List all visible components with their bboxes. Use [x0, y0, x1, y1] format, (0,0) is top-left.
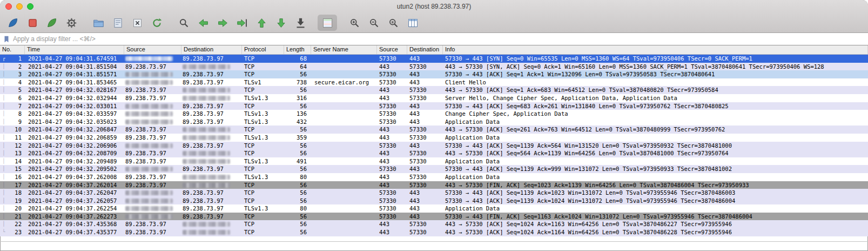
- minimize-window-button[interactable]: [16, 3, 23, 10]
- filter-bookmark-icon[interactable]: [3, 35, 10, 43]
- pane-splitter[interactable]: [0, 241, 868, 242]
- packet-row[interactable]: │122021-04-27 09:04:32.20690689.238.73.9…: [0, 142, 868, 150]
- packet-row[interactable]: │162021-04-27 09:04:37.26200889.238.73.9…: [0, 173, 868, 181]
- colorize-button[interactable]: [318, 15, 337, 31]
- packet-row[interactable]: │102021-04-27 09:04:32.20684789.238.73.9…: [0, 126, 868, 134]
- packet-row[interactable]: │142021-04-27 09:04:32.20948989.238.73.9…: [0, 157, 868, 166]
- packet-row[interactable]: │222021-04-27 09:04:37.43536889.238.73.9…: [0, 220, 868, 228]
- cell-info: 443 → 57330 [SYN, ACK] Seq=0 Ack=1 Win=6…: [443, 63, 868, 71]
- fullscreen-window-button[interactable]: [27, 3, 33, 10]
- cell-proto: TLSv1.3: [242, 173, 284, 181]
- cell-src: 89.238.73.97: [124, 149, 181, 157]
- conversation-bracket: │: [0, 134, 8, 142]
- cell-info: 443 → 57330 [ACK] Seq=1024 Ack=1164 Win=…: [443, 228, 868, 236]
- auto-scroll-button[interactable]: [291, 15, 310, 31]
- cell-dst: [181, 149, 242, 157]
- stop-capture-button[interactable]: [23, 15, 42, 31]
- packet-row[interactable]: │112021-04-27 09:04:32.20685989.238.73.9…: [0, 134, 868, 142]
- cell-len: 359: [284, 134, 311, 142]
- packet-row[interactable]: │42021-04-27 09:04:31.85346589.238.73.97…: [0, 78, 868, 87]
- cell-server: [311, 142, 377, 150]
- redacted-address: [183, 135, 230, 140]
- packet-row[interactable]: │82021-04-27 09:04:32.03359789.238.73.97…: [0, 110, 868, 118]
- packet-row[interactable]: │132021-04-27 09:04:32.20870989.238.73.9…: [0, 149, 868, 157]
- cell-sport: 443: [377, 149, 407, 157]
- cell-server: [311, 118, 377, 126]
- go-to-packet-button[interactable]: [232, 15, 252, 31]
- column-header-dport[interactable]: Destination: [407, 45, 443, 54]
- cell-time: 2021-04-27 09:04:32.032944: [25, 94, 124, 102]
- cell-dst: [181, 173, 242, 181]
- conversation-bracket: │: [0, 149, 8, 157]
- packet-row[interactable]: │52021-04-27 09:04:32.02816789.238.73.97…: [0, 86, 868, 94]
- close-file-button[interactable]: [127, 15, 147, 31]
- packet-row[interactable]: │22021-04-27 09:04:31.85150489.238.73.97…: [0, 63, 868, 71]
- cell-dport: 57330: [407, 220, 443, 228]
- open-file-button[interactable]: [89, 15, 108, 31]
- capture-options-button[interactable]: [62, 15, 81, 31]
- column-header-proto[interactable]: Protocol: [242, 45, 284, 54]
- cell-proto: TLSv1.3: [242, 204, 284, 213]
- cell-time: 2021-04-27 09:04:32.033011: [25, 102, 124, 110]
- cell-sport: 57330: [377, 189, 407, 197]
- cell-dst: [181, 126, 242, 134]
- display-filter-input[interactable]: [13, 35, 865, 43]
- packet-row[interactable]: │192021-04-27 09:04:37.26205789.238.73.9…: [0, 197, 868, 205]
- last-packet-button[interactable]: [271, 15, 291, 31]
- start-capture-button[interactable]: [3, 15, 23, 31]
- cell-dst: [181, 181, 242, 189]
- packet-row[interactable]: │32021-04-27 09:04:31.85157189.238.73.97…: [0, 70, 868, 78]
- traffic-lights: [5, 3, 33, 10]
- redacted-address: [183, 64, 230, 69]
- column-header-time[interactable]: Time: [25, 45, 124, 54]
- column-header-src[interactable]: Source: [124, 45, 181, 54]
- packet-row[interactable]: └232021-04-27 09:04:37.43537789.238.73.9…: [0, 228, 868, 236]
- reload-file-button[interactable]: [147, 15, 166, 31]
- cell-dport: 443: [407, 55, 443, 63]
- zoom-in-button[interactable]: [345, 15, 364, 31]
- column-header-dst[interactable]: Destination: [181, 45, 242, 54]
- cell-server: [311, 220, 377, 228]
- cell-dport: 57330: [407, 149, 443, 157]
- packet-row[interactable]: │172021-04-27 09:04:37.26201489.238.73.9…: [0, 181, 868, 189]
- cell-dport: 443: [407, 78, 443, 87]
- next-packet-button[interactable]: [213, 15, 232, 31]
- packet-row[interactable]: │92021-04-27 09:04:32.03502389.238.73.97…: [0, 118, 868, 126]
- previous-packet-button[interactable]: [193, 15, 213, 31]
- cell-src: 89.238.73.97: [124, 63, 181, 71]
- zoom-out-button[interactable]: [364, 15, 383, 31]
- column-header-no[interactable]: No.: [0, 45, 25, 54]
- wireshark-window: utun2 (host 89.238.73.97): [0, 0, 868, 251]
- packet-row[interactable]: │202021-04-27 09:04:37.26225489.238.73.9…: [0, 204, 868, 213]
- zoom-original-button[interactable]: [383, 15, 403, 31]
- cell-proto: TCP: [242, 126, 284, 134]
- packet-row[interactable]: │182021-04-27 09:04:37.26204789.238.73.9…: [0, 189, 868, 197]
- packet-row[interactable]: │212021-04-27 09:04:37.26227389.238.73.9…: [0, 213, 868, 221]
- cell-info: 57330 → 443 [ACK] Seq=1139 Ack=1024 Win=…: [443, 197, 868, 205]
- resize-columns-button[interactable]: [403, 15, 422, 31]
- packet-row[interactable]: │72021-04-27 09:04:32.03301189.238.73.97…: [0, 102, 868, 110]
- find-packet-button[interactable]: [174, 15, 193, 31]
- title-bar[interactable]: utun2 (host 89.238.73.97): [0, 0, 868, 13]
- save-file-button[interactable]: [108, 15, 127, 31]
- cell-dport: 57330: [407, 228, 443, 236]
- cell-server: [311, 134, 377, 142]
- cell-dst: 89.238.73.97: [181, 70, 242, 78]
- cell-len: 136: [284, 110, 311, 118]
- packet-row[interactable]: │152021-04-27 09:04:32.20950289.238.73.9…: [0, 165, 868, 173]
- cell-src: [124, 165, 181, 173]
- cell-dport: 57330: [407, 86, 443, 94]
- packet-row[interactable]: ┌12021-04-27 09:04:31.67459189.238.73.97…: [0, 55, 868, 63]
- cell-dport: 57330: [407, 94, 443, 102]
- packet-row[interactable]: │62021-04-27 09:04:32.03294489.238.73.97…: [0, 94, 868, 102]
- column-header-info[interactable]: Info: [443, 45, 868, 54]
- close-window-button[interactable]: [5, 3, 12, 10]
- column-header-len[interactable]: Length: [284, 45, 311, 54]
- restart-capture-button[interactable]: [42, 15, 62, 31]
- column-header-server[interactable]: Server Name: [311, 45, 377, 54]
- first-packet-button[interactable]: [252, 15, 271, 31]
- column-header-sport[interactable]: Source: [377, 45, 407, 54]
- cell-time: 2021-04-27 09:04:31.851504: [25, 63, 124, 71]
- cell-time: 2021-04-27 09:04:37.262254: [25, 204, 124, 213]
- cell-dst: 89.238.73.97: [181, 165, 242, 173]
